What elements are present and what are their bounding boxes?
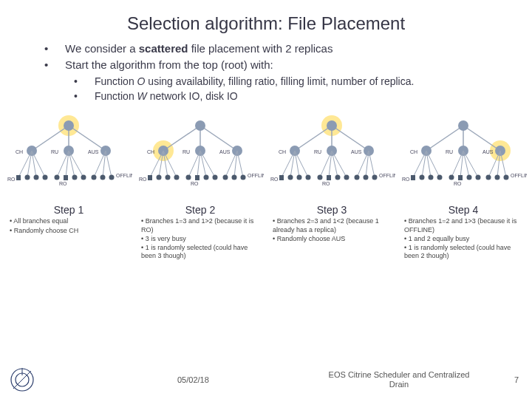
svg-point-65 <box>223 175 228 180</box>
svg-rect-48 <box>148 175 152 180</box>
svg-text:OFFLINE: OFFLINE <box>511 173 527 178</box>
slide-title: Selection algorithm: File Placement <box>0 0 532 41</box>
footer-conference: EOS Citrine Scheduler and Centralized Dr… <box>318 370 480 389</box>
sub-bullet-2: • Function W network IO, disk IO <box>74 89 517 103</box>
svg-point-95 <box>335 175 341 180</box>
diagram-step-4: CH RU AUS RO RO OFFLINE Step 4 • Branche… <box>400 114 527 261</box>
svg-text:RU: RU <box>446 149 453 154</box>
svg-point-129 <box>449 175 454 180</box>
svg-text:RO: RO <box>270 177 279 182</box>
svg-text:RO: RO <box>59 181 67 186</box>
svg-rect-22 <box>64 175 68 180</box>
svg-point-29 <box>92 175 97 180</box>
svg-text:RO: RO <box>7 177 16 182</box>
svg-rect-130 <box>458 175 463 180</box>
svg-text:CH: CH <box>410 149 417 154</box>
svg-point-30 <box>100 175 106 180</box>
branch-label-ru: RU <box>51 149 58 154</box>
svg-line-106 <box>426 126 463 151</box>
svg-text:RO: RO <box>322 181 330 186</box>
diagram-row: CH RU AUS RO RO OFFLINE Step 1 • All bra… <box>0 114 532 261</box>
svg-line-70 <box>295 126 332 151</box>
svg-point-131 <box>467 175 472 180</box>
svg-point-49 <box>157 175 162 180</box>
page-number: 7 <box>514 375 519 384</box>
slide-footer: 05/02/18 EOS Citrine Scheduler and Centr… <box>0 366 532 393</box>
svg-line-36 <box>200 126 237 151</box>
step-1-label: Step 1 <box>5 204 132 216</box>
bullet-list: • We consider a scattered file placement… <box>0 41 532 103</box>
svg-text:CH: CH <box>147 149 154 154</box>
svg-text:AUS: AUS <box>482 149 494 154</box>
svg-text:AUS: AUS <box>351 149 362 154</box>
svg-point-21 <box>55 175 60 180</box>
svg-text:OFFLINE: OFFLINE <box>379 173 395 178</box>
svg-line-1 <box>32 126 69 151</box>
svg-text:RO: RO <box>139 177 147 182</box>
bullet-1: • We consider a scattered file placement… <box>44 41 517 56</box>
svg-point-87 <box>306 175 311 180</box>
step-2-label: Step 2 <box>137 204 264 216</box>
svg-point-123 <box>437 175 443 180</box>
svg-point-13 <box>25 175 30 180</box>
diagram-step-2: CH RU AUS RO RO OFFLINE Step 2 • Branche… <box>137 114 264 261</box>
svg-point-93 <box>318 175 323 180</box>
svg-rect-58 <box>195 175 200 180</box>
diagram-step-1: CH RU AUS RO RO OFFLINE Step 1 • All bra… <box>5 114 132 261</box>
svg-point-73 <box>327 120 337 131</box>
svg-line-34 <box>163 126 200 151</box>
svg-line-108 <box>463 126 500 151</box>
svg-point-59 <box>204 175 209 180</box>
svg-line-56 <box>200 151 215 177</box>
svg-rect-94 <box>327 175 331 180</box>
svg-text:RO: RO <box>191 181 199 186</box>
svg-point-14 <box>34 175 39 180</box>
svg-point-60 <box>213 175 218 180</box>
svg-text:RO: RO <box>454 181 462 186</box>
svg-point-51 <box>174 175 180 180</box>
svg-point-86 <box>297 175 302 180</box>
svg-text:AUS: AUS <box>219 149 231 154</box>
svg-rect-12 <box>16 175 21 180</box>
svg-line-92 <box>332 151 347 177</box>
svg-point-102 <box>364 175 369 180</box>
svg-point-139 <box>504 175 509 180</box>
svg-point-50 <box>166 175 171 180</box>
svg-line-128 <box>463 151 478 177</box>
svg-text:RU: RU <box>183 149 190 154</box>
svg-point-4 <box>64 120 74 131</box>
cern-logo-icon <box>9 366 35 393</box>
step-2-notes: • Branches 1=3 and 1>2 (because it is RO… <box>137 216 264 260</box>
svg-point-109 <box>458 120 468 131</box>
svg-text:CH: CH <box>279 149 286 154</box>
svg-line-72 <box>332 126 369 151</box>
svg-point-37 <box>195 120 205 131</box>
svg-rect-84 <box>279 175 284 180</box>
svg-line-3 <box>69 126 106 151</box>
svg-line-20 <box>69 151 83 177</box>
svg-point-101 <box>355 175 360 180</box>
svg-point-103 <box>372 175 378 180</box>
svg-point-66 <box>232 175 237 180</box>
svg-point-15 <box>43 175 48 180</box>
svg-point-122 <box>429 175 434 180</box>
svg-text:OFFLINE: OFFLINE <box>248 173 264 178</box>
bullet-2: • Start the algorithm from the top (root… <box>44 58 517 72</box>
svg-rect-120 <box>411 175 415 180</box>
svg-text:RU: RU <box>314 149 321 154</box>
svg-point-121 <box>420 175 425 180</box>
diagram-step-3: CH RU AUS RO RO OFFLINE Step 3 • Branche… <box>268 114 395 261</box>
svg-text:OFFLINE: OFFLINE <box>116 173 132 178</box>
step-3-notes: • Branches 2=3 and 1<2 (because 1 alread… <box>268 216 395 243</box>
svg-point-132 <box>476 175 481 180</box>
branch-label-aus: AUS <box>88 149 99 154</box>
svg-text:RO: RO <box>402 177 410 182</box>
branch-label-ch: CH <box>16 149 23 154</box>
sub-bullet-1: • Function O using availability, filling… <box>74 75 517 89</box>
svg-point-96 <box>344 175 349 180</box>
step-3-label: Step 3 <box>268 204 395 216</box>
step-1-notes: • All branches equal • Randomly choose C… <box>5 216 132 235</box>
svg-point-138 <box>495 175 500 180</box>
step-4-notes: • Branches 1=2 and 1>3 (because it is OF… <box>400 216 527 260</box>
svg-point-137 <box>486 175 491 180</box>
